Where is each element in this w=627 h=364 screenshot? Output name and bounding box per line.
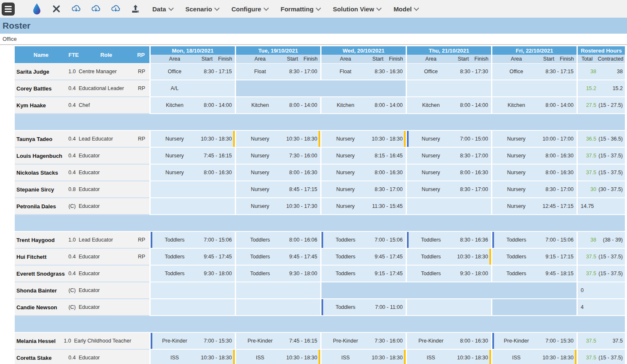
- shift-cell[interactable]: Office8:30 - 17:30: [407, 64, 491, 80]
- cloud-download-icon-2[interactable]: [91, 3, 101, 14]
- shift-cell[interactable]: ISS10:30 - 18:30: [236, 350, 320, 364]
- shift-cell[interactable]: ISS10:30 - 18:30: [492, 350, 577, 364]
- shift-cell[interactable]: Office8:30 - 17:15: [492, 64, 577, 80]
- name-cell[interactable]: Petronila Dales(C)Educator: [15, 198, 149, 215]
- menu-model[interactable]: Model: [393, 5, 418, 13]
- shift-cell[interactable]: Pre-Kinder7:30 - 16:00: [321, 333, 406, 349]
- shift-cell[interactable]: Pre-Kinder7:00 - 15:30: [492, 333, 577, 349]
- shift-cell[interactable]: Toddlers10:30 - 18:30: [407, 249, 491, 265]
- empty-shift-cell[interactable]: [236, 282, 320, 298]
- shift-cell[interactable]: Pre-Kinder7:45 - 16:15: [236, 333, 320, 349]
- shift-cell[interactable]: Kitchen8:00 - 14:00: [321, 97, 406, 113]
- shift-cell[interactable]: Nursery8:00 - 16:30: [492, 165, 577, 181]
- shift-time: 8:30 - 17:00: [284, 69, 320, 74]
- shift-cell[interactable]: Office8:30 - 17:15: [151, 64, 235, 80]
- shift-cell[interactable]: Pre-Kinder8:00 - 16:30: [407, 333, 491, 349]
- shift-cell[interactable]: Nursery8:00 - 16:30: [151, 165, 235, 181]
- shift-cell[interactable]: Nursery8:00 - 16:30: [492, 148, 577, 164]
- name-cell[interactable]: Melania Hessel1.0Early Childhood Teacher: [15, 333, 149, 350]
- shift-cell[interactable]: Nursery8:00 - 16:30: [236, 165, 320, 181]
- name-cell[interactable]: Coretta Stake0.4Educator: [15, 350, 149, 364]
- shift-cell[interactable]: Float8:30 - 17:00: [236, 64, 320, 80]
- shift-cell[interactable]: Toddlers9:15 - 17:45: [321, 266, 406, 282]
- name-cell[interactable]: Candie Newson(C)Educator: [15, 299, 149, 316]
- shift-cell[interactable]: Toddlers7:00 - 11:00: [321, 299, 406, 315]
- shift-cell[interactable]: Nursery11:30 - 15:45: [321, 198, 406, 214]
- shift-cell[interactable]: Nursery10:00 - 17:00: [492, 131, 577, 147]
- shift-cell[interactable]: Nursery8:30 - 17:00: [321, 181, 406, 197]
- shift-cell[interactable]: Kitchen8:00 - 14:00: [407, 97, 491, 113]
- shift-cell[interactable]: Nursery10:30 - 18:30: [151, 131, 235, 147]
- shift-cell[interactable]: Nursery7:30 - 16:00: [236, 148, 320, 164]
- shift-cell[interactable]: Toddlers9:45 - 17:45: [151, 249, 235, 265]
- name-cell[interactable]: Louis Hagenbuch0.4Educator: [15, 148, 149, 165]
- empty-shift-cell[interactable]: [151, 282, 235, 298]
- shift-cell[interactable]: Toddlers9:30 - 18:00: [407, 266, 491, 282]
- shift-cell[interactable]: Toddlers8:30 - 16:36: [407, 232, 491, 248]
- name-cell[interactable]: Taunya Tadeo0.4Lead EducatorRP: [15, 131, 149, 148]
- shift-cell[interactable]: Nursery7:00 - 15:00: [407, 131, 491, 147]
- name-cell[interactable]: Shonda Bainter(C)Educator: [15, 282, 149, 299]
- empty-shift-cell[interactable]: [407, 299, 491, 315]
- hamburger-menu-button[interactable]: [2, 3, 15, 16]
- shift-cell[interactable]: Nursery10:30 - 18:30: [236, 131, 320, 147]
- name-cell[interactable]: Corey Battles0.4Educational LeaderRP: [15, 80, 149, 97]
- menu-solution-view[interactable]: Solution View: [333, 5, 381, 13]
- empty-shift-cell[interactable]: [407, 198, 491, 214]
- shift-cell[interactable]: Toddlers9:30 - 18:00: [151, 266, 235, 282]
- shift-cell[interactable]: Nursery8:30 - 17:00: [492, 181, 577, 197]
- shift-cell[interactable]: Nursery8:45 - 17:15: [236, 181, 320, 197]
- cloud-download-icon-3[interactable]: [111, 3, 121, 14]
- shift-cell[interactable]: Nursery8:00 - 16:30: [407, 165, 491, 181]
- shift-cell[interactable]: ISS10:30 - 18:30: [321, 350, 406, 364]
- tools-icon[interactable]: [51, 3, 61, 14]
- shift-area: Float: [321, 69, 369, 74]
- shift-cell[interactable]: Toddlers9:30 - 18:00: [236, 266, 320, 282]
- shift-cell[interactable]: A/L: [151, 80, 235, 96]
- menu-configure[interactable]: Configure: [231, 5, 268, 13]
- shift-cell[interactable]: Nursery8:00 - 16:30: [321, 165, 406, 181]
- name-cell[interactable]: Stepanie Sircy0.8Educator: [15, 181, 149, 198]
- name-cell[interactable]: Kym Haake0.4Chef: [15, 97, 149, 114]
- shift-cell[interactable]: Nursery10:30 - 17:30: [236, 198, 320, 214]
- shift-cell[interactable]: Nursery8:15 - 16:45: [321, 148, 406, 164]
- menu-data[interactable]: Data: [152, 5, 173, 13]
- name-cell[interactable]: Nickolas Stacks0.4Educator: [15, 165, 149, 181]
- empty-shift-cell[interactable]: [151, 299, 235, 315]
- menu-scenario[interactable]: Scenario: [186, 5, 219, 13]
- employee-role: Educator: [76, 254, 130, 260]
- menu-formatting[interactable]: Formatting: [281, 5, 320, 13]
- shift-cell[interactable]: Toddlers7:00 - 15:06: [321, 232, 406, 248]
- shift-cell[interactable]: Nursery8:30 - 17:00: [407, 181, 491, 197]
- shift-cell[interactable]: ISS10:30 - 18:30: [151, 350, 235, 364]
- shift-cell[interactable]: Toddlers7:00 - 15:06: [492, 232, 577, 248]
- name-cell[interactable]: Hui Fitchett0.4EducatorRP: [15, 249, 149, 266]
- shift-cell[interactable]: Toddlers7:00 - 15:06: [151, 232, 235, 248]
- upload-icon[interactable]: [130, 3, 141, 14]
- shift-cell[interactable]: Nursery7:45 - 16:15: [151, 148, 235, 164]
- name-cell[interactable]: Everett Snodgrass0.4Educator: [15, 266, 149, 282]
- shift-cell[interactable]: Pre-Kinder7:00 - 15:30: [151, 333, 235, 349]
- empty-shift-cell[interactable]: [236, 299, 320, 315]
- name-cell[interactable]: Trent Haygood1.0Lead EducatorRP: [15, 232, 149, 249]
- empty-shift-cell[interactable]: [492, 80, 577, 96]
- shift-cell[interactable]: Kitchen8:00 - 14:00: [492, 97, 577, 113]
- shift-cell[interactable]: Kitchen8:00 - 14:00: [151, 97, 235, 113]
- shift-cell[interactable]: Nursery8:30 - 17:00: [407, 148, 491, 164]
- shift-cell[interactable]: Toddlers9:45 - 17:45: [236, 249, 320, 265]
- name-cell[interactable]: Sarita Judge1.0Centre ManagerRP: [15, 64, 149, 80]
- shift-cell[interactable]: Toddlers8:00 - 16:06: [236, 232, 320, 248]
- empty-shift-cell[interactable]: [407, 80, 491, 96]
- empty-shift-cell[interactable]: [151, 181, 235, 197]
- shift-cell[interactable]: Toddlers9:45 - 18:15: [492, 266, 577, 282]
- shift-cell[interactable]: Nursery12:45 - 17:15: [492, 198, 577, 214]
- shift-cell[interactable]: ISS10:30 - 18:30: [407, 350, 491, 364]
- shift-cell[interactable]: Float8:30 - 16:30: [321, 64, 406, 80]
- shift-cell[interactable]: Nursery10:30 - 18:30: [321, 131, 406, 147]
- cloud-download-icon-1[interactable]: [71, 3, 81, 14]
- empty-shift-cell[interactable]: [151, 198, 235, 214]
- shift-cell[interactable]: Kitchen8:00 - 14:00: [236, 97, 320, 113]
- shift-end-marker: [489, 249, 491, 265]
- shift-cell[interactable]: Toddlers9:45 - 17:45: [321, 249, 406, 265]
- shift-cell[interactable]: Toddlers9:15 - 17:15: [492, 249, 577, 265]
